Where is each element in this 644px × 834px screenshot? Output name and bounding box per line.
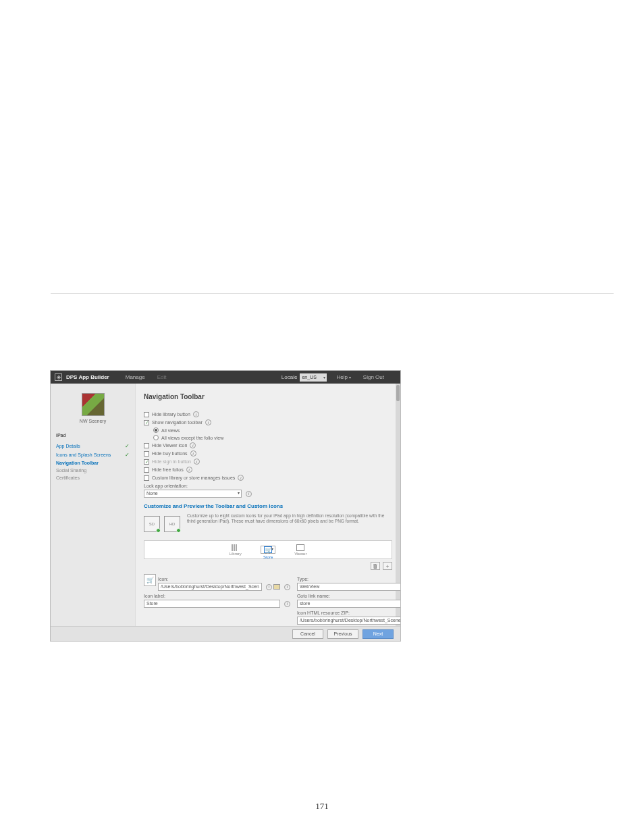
delete-icon-button[interactable]: 🗑: [371, 562, 380, 570]
divider: [51, 293, 614, 294]
zip-label: Icon HTML resource ZIP:: [297, 610, 400, 615]
menu-help[interactable]: Help▾: [336, 374, 350, 380]
sidebar-item-app-details[interactable]: App Details ✓: [56, 443, 130, 449]
menu-signout[interactable]: Sign Out: [363, 374, 384, 380]
check-icon: ✓: [125, 452, 130, 458]
previous-button[interactable]: Previous: [327, 629, 358, 639]
radio-all-views-except-folio[interactable]: All views except the folio view: [153, 435, 392, 440]
info-icon[interactable]: i: [266, 584, 272, 590]
sidebar-item-social-sharing[interactable]: Social Sharing: [56, 468, 130, 473]
next-button[interactable]: Next: [363, 629, 394, 639]
resolution-hd[interactable]: HD: [164, 516, 180, 532]
icon-label-label: Icon label:: [144, 594, 290, 598]
topbar: ◈ DPS App Builder Manage Edit Locale en_…: [51, 371, 400, 384]
zip-input[interactable]: /Users/bobbringhurst/Desktop/Northwest_S…: [297, 617, 400, 625]
icon-path-input[interactable]: /Users/bobbringhurst/Desktop/Northwest_S…: [158, 583, 262, 591]
locale-label: Locale: [281, 374, 298, 380]
radio-all-views[interactable]: All views: [153, 427, 392, 433]
resolution-sd[interactable]: SD: [144, 516, 160, 532]
panel-heading: Navigation Toolbar: [144, 393, 392, 400]
info-icon[interactable]: i: [246, 491, 252, 497]
resolution-toggle: SD HD: [144, 516, 180, 532]
icon-column-left: 🛒 Icon: /Users/bobbringhurst/Desktop/Nor…: [144, 574, 290, 626]
info-icon[interactable]: i: [193, 411, 199, 417]
check-custom-library-manages[interactable]: Custom library or store manages issuesi: [144, 475, 392, 481]
info-icon[interactable]: i: [190, 450, 196, 457]
check-hide-free-folios[interactable]: Hide free foliosi: [144, 467, 392, 473]
folder-icon[interactable]: [273, 584, 280, 590]
app-title: DPS App Builder: [66, 374, 109, 380]
body: NW Scenery iPad App Details ✓ Icons and …: [51, 384, 400, 626]
sidebar-item-icons-splash[interactable]: Icons and Splash Screens ✓: [56, 452, 130, 458]
page-number: 171: [0, 801, 644, 812]
info-icon[interactable]: i: [186, 467, 192, 473]
cancel-button[interactable]: Cancel: [292, 629, 323, 639]
check-icon: ✓: [125, 443, 130, 449]
type-label: Type:: [297, 577, 400, 581]
sidebar-item-navigation-toolbar[interactable]: Navigation Toolbar: [56, 461, 130, 465]
menu-edit[interactable]: Edit: [157, 374, 167, 380]
sidebar: NW Scenery iPad App Details ✓ Icons and …: [51, 384, 135, 626]
check-hide-library[interactable]: Hide library buttoni: [144, 411, 392, 417]
app-thumbnail-label: NW Scenery: [55, 419, 131, 423]
info-icon[interactable]: i: [205, 419, 211, 425]
lock-orientation-label: Lock app orientation:: [144, 484, 392, 488]
customize-description: Customize up to eight custom icons for y…: [187, 513, 392, 525]
toolbar-preview: Library Store Viewer: [144, 540, 392, 559]
add-icon-button[interactable]: ＋: [383, 562, 392, 570]
app-thumbnail: [82, 393, 105, 416]
library-icon: [232, 544, 240, 551]
customize-heading: Customize and Preview the Toolbar and Cu…: [144, 503, 392, 509]
lock-orientation-select[interactable]: None: [144, 490, 242, 498]
main-panel: Navigation Toolbar Hide library buttoni …: [135, 384, 400, 626]
icon-path-label: Icon:: [158, 577, 290, 581]
sidebar-platform-head: iPad: [56, 433, 131, 438]
sidebar-item-certificates[interactable]: Certificates: [56, 475, 130, 480]
menu-manage[interactable]: Manage: [126, 374, 145, 380]
app-window: ◈ DPS App Builder Manage Edit Locale en_…: [50, 370, 401, 642]
icon-label-input[interactable]: Store: [144, 600, 280, 608]
footer: Cancel Previous Next: [51, 626, 400, 641]
check-hide-signin[interactable]: ✓Hide sign in buttoni: [144, 459, 392, 465]
cart-icon: 🛒: [144, 574, 156, 586]
viewer-icon: [296, 544, 304, 551]
goto-input[interactable]: store: [297, 600, 400, 608]
info-icon[interactable]: i: [190, 442, 196, 448]
icon-column-right: Type: WebView i Goto link name: store i …: [297, 574, 400, 626]
check-hide-buy-buttons[interactable]: Hide buy buttonsi: [144, 450, 392, 457]
info-icon[interactable]: i: [238, 475, 244, 481]
goto-label: Goto link name:: [297, 594, 400, 598]
cart-icon: [264, 546, 272, 553]
info-icon[interactable]: i: [284, 584, 290, 590]
locale-select[interactable]: en_US: [300, 373, 327, 382]
info-icon[interactable]: i: [284, 601, 290, 607]
preview-viewer[interactable]: Viewer: [294, 544, 306, 556]
check-hide-viewer-icon[interactable]: Hide Viewer iconi: [144, 442, 392, 448]
info-icon[interactable]: i: [194, 459, 200, 465]
type-select[interactable]: WebView: [297, 583, 400, 591]
preview-store[interactable]: Store: [261, 546, 275, 554]
preview-library[interactable]: Library: [230, 544, 242, 556]
app-logo-icon: ◈: [55, 373, 62, 381]
check-show-nav-toolbar[interactable]: ✓Show navigation toolbari: [144, 419, 392, 425]
